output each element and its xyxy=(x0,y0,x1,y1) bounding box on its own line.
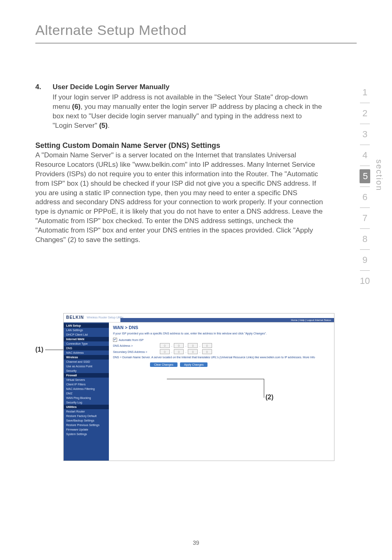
section-nav: 12345678910 xyxy=(356,82,374,291)
router-logo-sub: Wireless Router Setup Utility xyxy=(87,316,123,319)
block4-text-2: , you may manually enter the login serve… xyxy=(53,103,322,129)
auto-from-isp-checkbox[interactable] xyxy=(113,338,117,342)
auto-from-isp-label: Automatic from ISP xyxy=(119,339,164,341)
section-label: section xyxy=(374,159,384,191)
section-nav-9[interactable]: 9 xyxy=(356,250,374,270)
dns-heading: Setting Custom Domain Name Server (DNS) … xyxy=(35,141,323,150)
router-logo: BELKIN xyxy=(66,315,84,320)
section-nav-4[interactable]: 4 xyxy=(356,145,374,166)
sidebar-channel-and-ssid[interactable]: Channel and SSID xyxy=(64,360,109,364)
sidebar-system-settings[interactable]: System Settings xyxy=(64,432,109,436)
sidebar-restart-router[interactable]: Restart Router xyxy=(64,409,109,414)
router-sidebar: LAN SetupLAN SettingsDHCP Client ListInt… xyxy=(64,323,109,461)
clear-changes-button[interactable]: Clear Changes xyxy=(150,362,178,367)
section-nav-3[interactable]: 3 xyxy=(356,124,374,145)
dns2-seg-3[interactable]: 0 xyxy=(188,349,198,354)
dns2-address-row: Secondary DNS Address > 0. 0. 0. 0 xyxy=(113,349,330,354)
callout-2-line-v xyxy=(264,379,264,398)
sidebar-use-as-access-point[interactable]: Use as Access Point xyxy=(64,364,109,369)
section-nav-8[interactable]: 8 xyxy=(356,229,374,249)
router-body: LAN SetupLAN SettingsDHCP Client ListInt… xyxy=(64,323,334,461)
sidebar-dns[interactable]: DNS xyxy=(64,346,109,350)
block4-text-3: . xyxy=(108,122,110,129)
sidebar-utilities: Utilities xyxy=(64,405,109,409)
sidebar-dmz[interactable]: DMZ xyxy=(64,391,109,396)
router-breadcrumb: WAN > DNS xyxy=(113,325,330,330)
section-nav-6[interactable]: 6 xyxy=(356,187,374,207)
sidebar-client-ip-filters[interactable]: Client IP Filters xyxy=(64,382,109,387)
sidebar-wireless: Wireless xyxy=(64,355,109,360)
sidebar-lan-setup: LAN Setup xyxy=(64,323,109,328)
sidebar-mac-address[interactable]: MAC Address xyxy=(64,350,109,355)
apply-changes-button[interactable]: Apply Changes xyxy=(180,362,208,367)
router-footer-note: DNS = Domain Name Server. A server locat… xyxy=(113,355,330,359)
sidebar-internet-wan: Internet WAN xyxy=(64,337,109,341)
callout-1: (1) xyxy=(35,346,44,353)
dns2-address-label: Secondary DNS Address > xyxy=(113,350,158,353)
dns-address-row: DNS Address > 0. 0. 0. 0 xyxy=(113,343,330,348)
sidebar-security[interactable]: Security xyxy=(64,369,109,373)
section-nav-10[interactable]: 10 xyxy=(356,271,374,291)
dns-seg-3[interactable]: 0 xyxy=(188,343,198,348)
dns2-seg-4[interactable]: 0 xyxy=(202,349,212,354)
sidebar-virtual-servers[interactable]: Virtual Servers xyxy=(64,378,109,382)
dns-paragraph: A "Domain Name Server" is a server locat… xyxy=(35,151,323,245)
router-topbar: Home | Help | Logout Internet Status: xyxy=(120,318,334,322)
sidebar-lan-settings[interactable]: LAN Settings xyxy=(64,328,109,332)
sidebar-restore-previous-settings[interactable]: Restore Previous Settings xyxy=(64,423,109,427)
block4-heading: User Decide Login Server Manually xyxy=(53,83,169,91)
callout-2: (2) xyxy=(265,394,274,401)
section-nav-7[interactable]: 7 xyxy=(356,208,374,228)
callout-2-line-h xyxy=(167,379,264,379)
block4-ref-5: (5) xyxy=(99,122,108,129)
sidebar-wan-ping-blocking[interactable]: WAN Ping Blocking xyxy=(64,396,109,400)
sidebar-firewall: Firewall xyxy=(64,373,109,378)
router-main: WAN > DNS If your ISP provided you with … xyxy=(109,323,334,461)
dns-address-label: DNS Address > xyxy=(113,344,158,347)
sidebar-mac-address-filtering[interactable]: MAC Address Filtering xyxy=(64,387,109,391)
block4-ref-6: (6) xyxy=(72,103,81,111)
sidebar-restore-factory-default[interactable]: Restore Factory Default xyxy=(64,414,109,418)
section-nav-2[interactable]: 2 xyxy=(356,103,374,124)
router-ui: BELKIN Wireless Router Setup Utility Hom… xyxy=(63,313,334,461)
router-header: BELKIN Wireless Router Setup Utility Hom… xyxy=(64,313,334,323)
router-screenshot: (1) BELKIN Wireless Router Setup Utility… xyxy=(35,313,348,465)
block4-heading-row: 4. User Decide Login Server Manually xyxy=(35,83,323,91)
dns-seg-4[interactable]: 0 xyxy=(202,343,212,348)
sidebar-firmware-update[interactable]: Firmware Update xyxy=(64,427,109,432)
dns-seg-1[interactable]: 0 xyxy=(160,343,170,348)
page-title: Alternate Setup Method xyxy=(35,22,187,38)
sidebar-save-backup-settings[interactable]: Save/Backup Settings xyxy=(64,418,109,423)
router-intro: If your ISP provided you with a specific… xyxy=(113,332,330,335)
section-nav-5[interactable]: 5 xyxy=(360,169,370,183)
dns-seg-2[interactable]: 0 xyxy=(174,343,184,348)
section-nav-divider xyxy=(360,166,370,166)
router-buttons: Clear Changes Apply Changes xyxy=(150,362,330,367)
dns2-seg-1[interactable]: 0 xyxy=(160,349,170,354)
block4-number: 4. xyxy=(35,83,53,91)
dns2-seg-2[interactable]: 0 xyxy=(174,349,184,354)
block4-paragraph: If your login server IP address is not a… xyxy=(53,93,323,131)
sidebar-dhcp-client-list[interactable]: DHCP Client List xyxy=(64,332,109,337)
title-rule xyxy=(35,43,357,44)
page-number: 39 xyxy=(0,539,392,546)
main-content: 4. User Decide Login Server Manually If … xyxy=(35,83,323,245)
sidebar-connection-type[interactable]: Connection Type xyxy=(64,341,109,346)
sidebar-security-log[interactable]: Security Log xyxy=(64,400,109,405)
auto-from-isp-row: Automatic from ISP xyxy=(113,338,330,342)
section-nav-1[interactable]: 1 xyxy=(356,82,374,103)
